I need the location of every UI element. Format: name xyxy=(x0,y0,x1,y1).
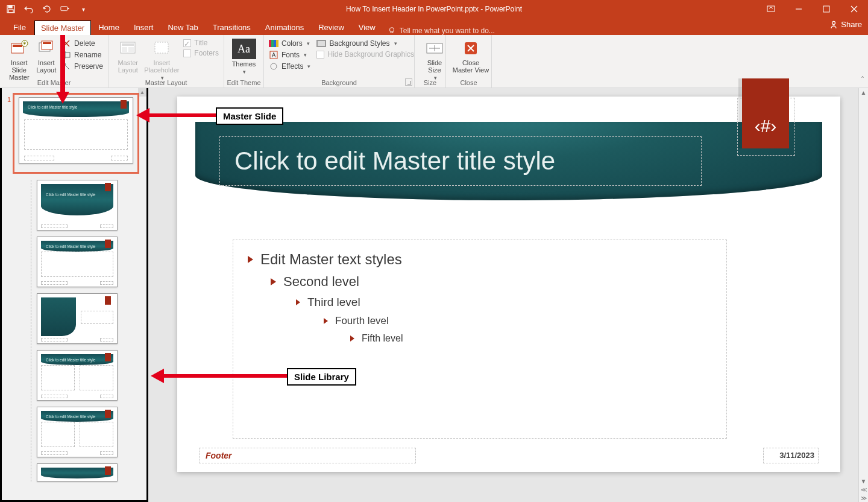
colors-icon xyxy=(269,39,278,48)
effects-label: Effects xyxy=(281,62,303,71)
effects-button[interactable]: Effects▾ xyxy=(269,62,310,71)
svg-rect-2 xyxy=(8,10,13,13)
tab-insert[interactable]: Insert xyxy=(127,20,161,35)
layout-thumbnail-4[interactable]: Click to edit Master title style xyxy=(37,350,118,401)
svg-rect-6 xyxy=(823,6,829,12)
layout-thumbnail-5[interactable]: Click to edit Master title style xyxy=(37,407,118,457)
undo-icon[interactable] xyxy=(24,4,34,14)
ribbon-display-options-icon[interactable] xyxy=(757,0,785,18)
tab-file[interactable]: File xyxy=(5,20,34,35)
layout-thumbnail-2[interactable]: Click to edit Master title style xyxy=(37,237,118,287)
content-placeholder[interactable]: Edit Master text styles Second level Thi… xyxy=(233,240,727,439)
redo-icon[interactable] xyxy=(42,4,52,14)
minimize-button[interactable] xyxy=(785,0,813,18)
svg-rect-26 xyxy=(128,47,134,52)
scroll-down-arrow[interactable]: ▼ xyxy=(860,477,868,485)
fonts-button[interactable]: AFonts▾ xyxy=(269,50,310,60)
date-placeholder[interactable]: 3/11/2023 xyxy=(763,448,819,463)
footers-checkbox: Footers xyxy=(183,49,219,57)
group-edit-theme: Aa Themes▾ Edit Theme xyxy=(224,35,264,87)
background-styles-button[interactable]: Background Styles▾ xyxy=(316,39,414,48)
svg-rect-12 xyxy=(13,45,22,47)
colors-button[interactable]: Colors▾ xyxy=(269,39,310,48)
tab-animations[interactable]: Animations xyxy=(258,20,311,35)
start-from-beginning-icon[interactable] xyxy=(60,4,70,14)
close-window-button[interactable] xyxy=(840,0,868,18)
tell-me-search[interactable]: Tell me what you want to do... xyxy=(388,27,495,35)
svg-rect-27 xyxy=(155,42,168,53)
close-master-view-button[interactable]: Close Master View xyxy=(451,37,491,74)
fonts-label: Fonts xyxy=(281,51,300,59)
close-master-view-label: Close Master View xyxy=(453,59,489,74)
ribbon-tabs: File Slide Master Home Insert New Tab Tr… xyxy=(0,18,868,35)
checkbox-icon: ✓ xyxy=(183,39,191,47)
annotation-arrow-library xyxy=(164,374,287,378)
annotation-label-master-slide: Master Slide xyxy=(216,107,283,125)
delete-button[interactable]: Delete xyxy=(61,39,103,48)
slide-size-button[interactable]: Slide Size▾ xyxy=(420,37,450,81)
tab-transitions[interactable]: Transitions xyxy=(206,20,258,35)
tell-me-placeholder: Tell me what you want to do... xyxy=(400,27,495,35)
svg-rect-24 xyxy=(122,43,134,46)
insert-slide-master-button[interactable]: ✶ Insert Slide Master xyxy=(5,37,34,81)
save-icon[interactable] xyxy=(6,4,16,14)
tab-view[interactable]: View xyxy=(351,20,383,35)
slide-canvas-area: ‹#› Click to edit Master title style Edi… xyxy=(148,88,868,502)
themes-button[interactable]: Aa Themes▾ xyxy=(229,37,259,75)
layout-thumbnail-6[interactable] xyxy=(37,463,118,481)
maximize-button[interactable] xyxy=(813,0,840,18)
annotation-arrowhead xyxy=(136,108,149,122)
delete-label: Delete xyxy=(74,39,95,48)
level5-text: Fifth level xyxy=(362,333,403,344)
group-edit-master: ✶ Insert Slide Master Insert Layout Dele… xyxy=(0,35,108,87)
footer-placeholder[interactable]: Footer xyxy=(199,448,416,463)
group-label-close: Close xyxy=(446,79,491,86)
title-placeholder[interactable]: Click to edit Master title style xyxy=(219,136,702,186)
layout-thumbnail-3[interactable] xyxy=(37,293,118,344)
annotation-arrow-vertical xyxy=(60,35,65,93)
layout-thumbnail-1[interactable]: Click to edit Master title style xyxy=(37,180,118,230)
vertical-scrollbar[interactable]: ▲ ▼ ≪ ≫ xyxy=(858,88,868,502)
prev-slide-arrow[interactable]: ≪ xyxy=(860,485,868,494)
background-styles-label: Background Styles xyxy=(329,39,389,48)
ribbon-collapse-icon[interactable]: ˄ xyxy=(861,75,864,84)
page-number-placeholder[interactable]: ‹#› xyxy=(742,78,789,148)
insert-layout-button[interactable]: Insert Layout xyxy=(34,37,59,81)
share-button[interactable]: Share xyxy=(829,20,862,29)
svg-rect-28 xyxy=(269,40,271,47)
bullet-icon xyxy=(248,256,253,263)
tab-new-tab[interactable]: New Tab xyxy=(160,20,205,35)
scroll-up-arrow[interactable]: ▲ xyxy=(138,88,146,97)
master-slide-canvas[interactable]: ‹#› Click to edit Master title style Edi… xyxy=(177,97,840,472)
checkbox-icon xyxy=(316,51,324,59)
level2-text: Second level xyxy=(283,274,359,290)
tab-review[interactable]: Review xyxy=(311,20,351,35)
svg-rect-25 xyxy=(122,47,127,52)
effects-icon xyxy=(269,62,278,71)
master-slide-thumbnail[interactable]: 1 Click to edit Master title style xyxy=(13,93,139,174)
tab-home[interactable]: Home xyxy=(91,20,127,35)
bullet-icon xyxy=(324,318,328,324)
svg-point-10 xyxy=(832,21,835,24)
layout-tree-line xyxy=(31,180,31,481)
level3-text: Third level xyxy=(307,296,360,309)
colors-label: Colors xyxy=(281,39,303,48)
rename-button[interactable]: Rename xyxy=(61,50,103,60)
title-band: Click to edit Master title style xyxy=(195,122,822,200)
insert-slide-master-icon: ✶ xyxy=(10,39,29,58)
svg-text:A: A xyxy=(272,52,276,59)
tab-slide-master[interactable]: Slide Master xyxy=(34,21,91,35)
customize-qat-icon[interactable]: ▾ xyxy=(78,4,88,14)
next-slide-arrow[interactable]: ≫ xyxy=(860,494,868,502)
svg-rect-1 xyxy=(8,5,12,8)
slide-thumbnail-pane[interactable]: ▲ 1 Click to edit Master title style xyxy=(0,88,148,502)
svg-rect-4 xyxy=(767,6,775,11)
svg-rect-29 xyxy=(271,40,274,47)
insert-layout-label: Insert Layout xyxy=(36,59,56,74)
themes-icon: Aa xyxy=(232,39,256,59)
window-controls xyxy=(757,0,868,18)
preserve-button[interactable]: Preserve xyxy=(61,62,103,71)
scroll-up-arrow[interactable]: ▲ xyxy=(860,88,868,97)
group-label-size: Size xyxy=(415,79,445,86)
annotation-arrowhead xyxy=(151,369,164,383)
